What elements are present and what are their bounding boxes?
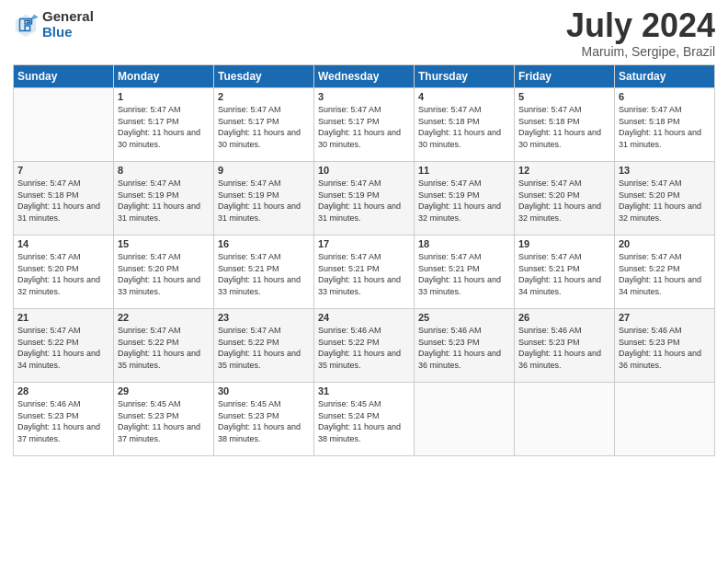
day-info: Sunrise: 5:47 AMSunset: 5:20 PMDaylight:…: [619, 178, 711, 224]
day-info: Sunrise: 5:47 AMSunset: 5:21 PMDaylight:…: [218, 251, 310, 297]
day-info: Sunrise: 5:47 AMSunset: 5:22 PMDaylight:…: [218, 325, 310, 371]
day-cell: [14, 88, 114, 162]
logo-text: General Blue: [42, 9, 94, 40]
day-number: 11: [418, 165, 510, 176]
day-cell: 12 Sunrise: 5:47 AMSunset: 5:20 PMDaylig…: [515, 162, 615, 236]
day-cell: 9 Sunrise: 5:47 AMSunset: 5:19 PMDayligh…: [214, 162, 314, 236]
day-info: Sunrise: 5:47 AMSunset: 5:19 PMDaylight:…: [218, 178, 310, 224]
day-info: Sunrise: 5:47 AMSunset: 5:22 PMDaylight:…: [619, 251, 711, 297]
day-cell: 1 Sunrise: 5:47 AMSunset: 5:17 PMDayligh…: [114, 88, 214, 162]
col-friday: Friday: [515, 65, 615, 88]
day-number: 7: [17, 165, 109, 176]
day-info: Sunrise: 5:47 AMSunset: 5:19 PMDaylight:…: [318, 178, 410, 224]
header-row: Sunday Monday Tuesday Wednesday Thursday…: [14, 65, 715, 88]
day-info: Sunrise: 5:47 AMSunset: 5:17 PMDaylight:…: [118, 104, 210, 150]
day-cell: 13 Sunrise: 5:47 AMSunset: 5:20 PMDaylig…: [615, 162, 715, 236]
day-cell: 10 Sunrise: 5:47 AMSunset: 5:19 PMDaylig…: [314, 162, 415, 236]
day-cell: 5 Sunrise: 5:47 AMSunset: 5:18 PMDayligh…: [515, 88, 615, 162]
day-number: 4: [418, 91, 510, 102]
day-cell: 14 Sunrise: 5:47 AMSunset: 5:20 PMDaylig…: [14, 236, 114, 309]
day-cell: 16 Sunrise: 5:47 AMSunset: 5:21 PMDaylig…: [214, 236, 314, 309]
day-info: Sunrise: 5:46 AMSunset: 5:23 PMDaylight:…: [418, 325, 510, 371]
day-number: 15: [118, 238, 210, 249]
day-info: Sunrise: 5:46 AMSunset: 5:23 PMDaylight:…: [17, 398, 109, 444]
day-cell: 8 Sunrise: 5:47 AMSunset: 5:19 PMDayligh…: [114, 162, 214, 236]
week-row-1: 1 Sunrise: 5:47 AMSunset: 5:17 PMDayligh…: [14, 88, 715, 162]
col-sunday: Sunday: [14, 65, 114, 88]
day-number: 2: [218, 91, 310, 102]
week-row-4: 21 Sunrise: 5:47 AMSunset: 5:22 PMDaylig…: [14, 309, 715, 383]
day-cell: 17 Sunrise: 5:47 AMSunset: 5:21 PMDaylig…: [314, 236, 415, 309]
day-cell: 30 Sunrise: 5:45 AMSunset: 5:23 PMDaylig…: [214, 383, 314, 456]
day-cell: 28 Sunrise: 5:46 AMSunset: 5:23 PMDaylig…: [14, 383, 114, 456]
header: General Blue July 2024 Maruim, Sergipe, …: [13, 9, 715, 59]
day-info: Sunrise: 5:47 AMSunset: 5:18 PMDaylight:…: [619, 104, 711, 150]
day-number: 24: [318, 312, 410, 323]
day-number: 27: [619, 312, 711, 323]
calendar-table: Sunday Monday Tuesday Wednesday Thursday…: [13, 64, 715, 456]
col-wednesday: Wednesday: [314, 65, 415, 88]
day-number: 9: [218, 165, 310, 176]
day-number: 26: [518, 312, 610, 323]
month-title: July 2024: [566, 9, 715, 42]
day-cell: 19 Sunrise: 5:47 AMSunset: 5:21 PMDaylig…: [515, 236, 615, 309]
day-number: 29: [118, 385, 210, 396]
day-info: Sunrise: 5:45 AMSunset: 5:23 PMDaylight:…: [218, 398, 310, 444]
title-block: July 2024 Maruim, Sergipe, Brazil: [566, 9, 715, 59]
day-info: Sunrise: 5:46 AMSunset: 5:23 PMDaylight:…: [518, 325, 610, 371]
day-info: Sunrise: 5:47 AMSunset: 5:20 PMDaylight:…: [17, 251, 109, 297]
day-number: 31: [318, 385, 410, 396]
col-tuesday: Tuesday: [214, 65, 314, 88]
day-number: 17: [318, 238, 410, 249]
day-number: 3: [318, 91, 410, 102]
day-number: 8: [118, 165, 210, 176]
day-cell: 23 Sunrise: 5:47 AMSunset: 5:22 PMDaylig…: [214, 309, 314, 383]
day-cell: 29 Sunrise: 5:45 AMSunset: 5:23 PMDaylig…: [114, 383, 214, 456]
day-number: 30: [218, 385, 310, 396]
day-info: Sunrise: 5:47 AMSunset: 5:20 PMDaylight:…: [518, 178, 610, 224]
day-info: Sunrise: 5:45 AMSunset: 5:24 PMDaylight:…: [318, 398, 410, 444]
logo-general: General: [42, 9, 94, 25]
day-info: Sunrise: 5:47 AMSunset: 5:21 PMDaylight:…: [318, 251, 410, 297]
day-number: 13: [619, 165, 711, 176]
day-info: Sunrise: 5:47 AMSunset: 5:17 PMDaylight:…: [218, 104, 310, 150]
day-cell: 25 Sunrise: 5:46 AMSunset: 5:23 PMDaylig…: [415, 309, 515, 383]
day-cell: 11 Sunrise: 5:47 AMSunset: 5:19 PMDaylig…: [415, 162, 515, 236]
day-info: Sunrise: 5:47 AMSunset: 5:19 PMDaylight:…: [118, 178, 210, 224]
day-cell: 31 Sunrise: 5:45 AMSunset: 5:24 PMDaylig…: [314, 383, 415, 456]
day-cell: 24 Sunrise: 5:46 AMSunset: 5:22 PMDaylig…: [314, 309, 415, 383]
day-info: Sunrise: 5:47 AMSunset: 5:22 PMDaylight:…: [17, 325, 109, 371]
logo-blue: Blue: [42, 25, 94, 40]
day-cell: 22 Sunrise: 5:47 AMSunset: 5:22 PMDaylig…: [114, 309, 214, 383]
day-cell: [415, 383, 515, 456]
day-info: Sunrise: 5:47 AMSunset: 5:21 PMDaylight:…: [418, 251, 510, 297]
day-info: Sunrise: 5:46 AMSunset: 5:23 PMDaylight:…: [619, 325, 711, 371]
day-cell: 26 Sunrise: 5:46 AMSunset: 5:23 PMDaylig…: [515, 309, 615, 383]
location: Maruim, Sergipe, Brazil: [566, 44, 715, 59]
day-cell: 27 Sunrise: 5:46 AMSunset: 5:23 PMDaylig…: [615, 309, 715, 383]
day-info: Sunrise: 5:47 AMSunset: 5:20 PMDaylight:…: [118, 251, 210, 297]
day-number: 5: [518, 91, 610, 102]
page-container: General Blue July 2024 Maruim, Sergipe, …: [0, 0, 728, 563]
day-number: 12: [518, 165, 610, 176]
day-number: 1: [118, 91, 210, 102]
day-cell: 21 Sunrise: 5:47 AMSunset: 5:22 PMDaylig…: [14, 309, 114, 383]
week-row-3: 14 Sunrise: 5:47 AMSunset: 5:20 PMDaylig…: [14, 236, 715, 309]
day-number: 6: [619, 91, 711, 102]
day-number: 10: [318, 165, 410, 176]
day-cell: [615, 383, 715, 456]
day-info: Sunrise: 5:47 AMSunset: 5:18 PMDaylight:…: [17, 178, 109, 224]
day-number: 21: [17, 312, 109, 323]
col-thursday: Thursday: [415, 65, 515, 88]
week-row-5: 28 Sunrise: 5:46 AMSunset: 5:23 PMDaylig…: [14, 383, 715, 456]
day-cell: 4 Sunrise: 5:47 AMSunset: 5:18 PMDayligh…: [415, 88, 515, 162]
day-cell: 2 Sunrise: 5:47 AMSunset: 5:17 PMDayligh…: [214, 88, 314, 162]
day-number: 22: [118, 312, 210, 323]
logo: General Blue: [13, 9, 94, 40]
day-info: Sunrise: 5:47 AMSunset: 5:21 PMDaylight:…: [518, 251, 610, 297]
day-cell: [515, 383, 615, 456]
col-monday: Monday: [114, 65, 214, 88]
day-info: Sunrise: 5:47 AMSunset: 5:17 PMDaylight:…: [318, 104, 410, 150]
day-number: 14: [17, 238, 109, 249]
day-number: 19: [518, 238, 610, 249]
